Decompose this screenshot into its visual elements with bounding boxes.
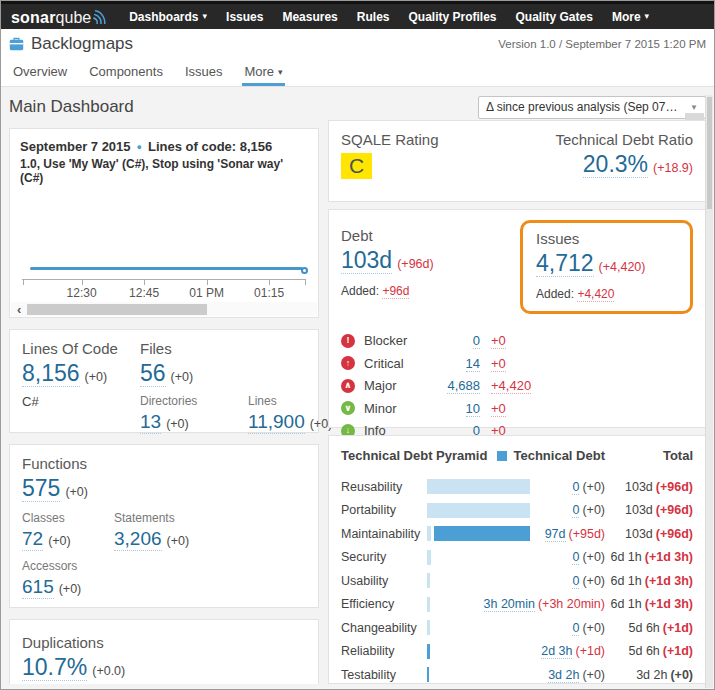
characteristic-total-value: 103d [625, 480, 653, 494]
lines-of-code-link[interactable]: 8,156 [22, 360, 80, 387]
timeline-horizontal-scrollbar[interactable]: ‹ [11, 302, 317, 316]
nav-item-issues[interactable]: Issues [226, 10, 263, 24]
characteristic-debt-link[interactable]: 3d 2h [548, 668, 579, 683]
debt-delta: (+96d) [397, 257, 433, 271]
timeline-point-marker[interactable] [301, 267, 308, 274]
characteristic-total-cell: 103d(+96d) [605, 527, 693, 541]
size-card-spacer [248, 340, 332, 387]
directories-link[interactable]: 13 [140, 411, 161, 434]
nav-item-label: Dashboards [129, 10, 198, 24]
characteristic-total-value: 5d 6h [629, 644, 660, 658]
characteristic-total-delta: (+96d) [656, 527, 693, 541]
debt-added-link[interactable]: +96d [382, 284, 409, 299]
characteristic-label: Reusability [341, 480, 427, 494]
characteristic-total-cell: 103d(+96d) [605, 480, 693, 494]
period-filter-select[interactable]: Δ since previous analysis (Sep 07… ▼ [478, 96, 706, 119]
files-link[interactable]: 56 [140, 360, 166, 387]
tab-more[interactable]: More▾ [242, 64, 284, 86]
characteristic-debt-cell: 0(+0) [572, 574, 605, 588]
characteristic-total-cell: 5d 6h(+1d) [605, 621, 693, 635]
characteristic-debt-delta: (+0) [582, 550, 605, 564]
chevron-down-icon: ▼ [690, 103, 698, 112]
duplications-label: Duplications [22, 634, 306, 651]
tab-label: More [244, 64, 274, 79]
lines-link[interactable]: 11,900 [248, 411, 305, 434]
classes-link[interactable]: 72 [22, 528, 43, 551]
severity-delta-link[interactable]: +0 [491, 401, 506, 417]
files-delta: (+0) [171, 370, 194, 384]
severity-count-link[interactable]: 10 [466, 401, 480, 417]
issues-link[interactable]: 4,712 [536, 250, 594, 277]
characteristic-debt-cell: 0(+0) [572, 480, 605, 494]
timeline-title: September 7 2015 ● Lines of code: 8,156 [20, 139, 308, 154]
tab-overview[interactable]: Overview [11, 64, 69, 86]
vertical-scrollbar-thumb[interactable] [707, 97, 712, 209]
axis-tick-label: 01:15 [254, 286, 284, 300]
technical-debt-ratio-link[interactable]: 20.3% [583, 151, 648, 178]
accessors-label: Accessors [22, 559, 306, 573]
severity-count-link[interactable]: 0 [473, 333, 480, 349]
pyramid-row-security: Security0(+0)6d 1h(+1d 3h) [341, 546, 693, 570]
duplications-link[interactable]: 10.7% [22, 654, 87, 681]
project-name: Backlogmaps [31, 34, 133, 54]
statements-label: Statements [114, 511, 306, 525]
characteristic-debt-link[interactable]: 0 [572, 574, 579, 589]
debt-bar-segment [427, 479, 530, 494]
tab-issues[interactable]: Issues [183, 64, 225, 86]
tab-components[interactable]: Components [87, 64, 165, 86]
sqale-rating-grade[interactable]: C [341, 153, 372, 179]
accessors-link[interactable]: 615 [22, 576, 54, 599]
functions-card: Functions 575 (+0) Classes 72 (+0) [9, 444, 319, 608]
debt-link[interactable]: 103d [341, 247, 392, 274]
sqale-rating-metric: SQALE Rating C [341, 131, 439, 191]
directories-delta: (+0) [166, 417, 189, 431]
functions-link[interactable]: 575 [22, 475, 60, 502]
statements-link[interactable]: 3,206 [114, 528, 162, 551]
nav-item-quality-gates[interactable]: Quality Gates [516, 10, 593, 24]
characteristic-debt-link[interactable]: 0 [572, 550, 579, 565]
severity-count-cell: 0 [434, 333, 480, 348]
nav-item-measures[interactable]: Measures [282, 10, 337, 24]
characteristic-debt-link[interactable]: 3h 20min [484, 597, 535, 612]
sonarqube-dashboard-window: sonarqube Dashboards▾IssuesMeasuresRules… [0, 0, 715, 690]
issues-added-link[interactable]: +4,420 [577, 287, 614, 302]
debt-bar [427, 620, 530, 635]
top-nav: sonarqube Dashboards▾IssuesMeasuresRules… [1, 1, 714, 29]
debt-bar-segment [427, 526, 431, 541]
characteristic-debt-cell: 3h 20min(+3h 20min) [484, 597, 606, 611]
horizontal-scrollbar-thumb[interactable] [27, 304, 207, 315]
debt-bar [427, 526, 530, 541]
debt-issues-card: Debt 103d (+96d) Added: +96d Issues [328, 209, 706, 428]
nav-item-more[interactable]: More▾ [612, 10, 649, 24]
severity-count-link[interactable]: 14 [466, 356, 480, 372]
characteristic-debt-link[interactable]: 0 [572, 621, 579, 636]
characteristic-label: Usability [341, 574, 427, 588]
characteristic-debt-delta: (+0) [582, 668, 605, 682]
vertical-scrollbar[interactable] [705, 95, 713, 688]
characteristic-debt-link[interactable]: 0 [572, 480, 579, 495]
timeline-date: September 7 2015 [20, 139, 131, 154]
characteristic-total-cell: 6d 1h(+1d 3h) [605, 550, 693, 564]
characteristic-label: Testability [341, 668, 427, 682]
severity-count-link[interactable]: 4,688 [447, 378, 480, 394]
debt-bar-segment [427, 597, 430, 612]
severity-delta-link[interactable]: +0 [491, 356, 506, 372]
severity-delta-link[interactable]: +4,420 [491, 378, 531, 394]
characteristic-debt-link[interactable]: 97d [545, 527, 566, 542]
characteristic-debt-link[interactable]: 0 [572, 503, 579, 518]
severity-delta-link[interactable]: +0 [491, 333, 506, 349]
axis-tick-label: 12:45 [129, 286, 159, 300]
sonarqube-logo[interactable]: sonarqube [11, 6, 107, 27]
nav-item-label: Rules [357, 10, 390, 24]
scroll-left-icon[interactable]: ‹ [17, 303, 21, 316]
timeline-chart[interactable] [20, 189, 308, 279]
nav-item-quality-profiles[interactable]: Quality Profiles [408, 10, 496, 24]
pyramid-title: Technical Debt Pyramid [341, 448, 497, 463]
nav-item-rules[interactable]: Rules [357, 10, 390, 24]
characteristic-total-cell: 3d 2h(+0) [605, 668, 693, 682]
characteristic-total-value: 3d 2h [636, 668, 667, 682]
characteristic-debt-link[interactable]: 2d 3h [541, 644, 572, 659]
characteristic-total-value: 5d 6h [629, 621, 660, 635]
technical-debt-ratio-delta: (+18.9) [653, 161, 693, 175]
nav-item-dashboards[interactable]: Dashboards▾ [129, 10, 207, 24]
